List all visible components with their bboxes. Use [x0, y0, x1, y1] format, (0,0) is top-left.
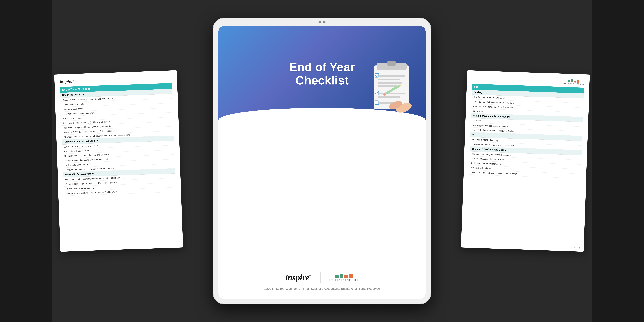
cover-header: End of Year Checklist — [218, 26, 426, 122]
cover-page: End of Year Checklist — [218, 26, 426, 299]
tablet-camera — [318, 21, 326, 23]
svg-rect-6 — [378, 85, 397, 87]
svg-rect-5 — [378, 82, 402, 84]
svg-rect-12 — [375, 101, 379, 104]
svg-rect-2 — [388, 61, 396, 66]
camera-dot-2 — [323, 21, 326, 23]
right-background-page: EFFICIENCY PARTNERS klist holding G to B… — [461, 70, 590, 252]
inspire-logo: inspire™ — [285, 273, 312, 282]
ep-bar-2 — [340, 274, 344, 278]
right-ep-logo: EFFICIENCY PARTNERS — [563, 79, 584, 85]
ep-logo: EFFICIENCY PARTNERS — [329, 274, 359, 281]
camera-dot-1 — [318, 21, 321, 23]
right-page-header: EFFICIENCY PARTNERS — [472, 76, 584, 85]
right-ep-bar-1 — [568, 80, 570, 82]
cover-footer: ©2024 Inspire Accountants - Small Busine… — [264, 287, 380, 290]
ep-text: EFFICIENCY PARTNERS — [329, 279, 359, 281]
scene: inspire™ End of Year Checklist Reconcile… — [0, 0, 644, 322]
cover-body: inspire™ EFFICIENCY P — [218, 122, 426, 299]
ep-bar-3 — [344, 276, 348, 278]
cover-logos: inspire™ EFFICIENCY P — [285, 272, 359, 283]
tablet-frame: End of Year Checklist — [213, 18, 431, 304]
right-ep-bar-3 — [574, 80, 576, 82]
right-ep-bar-2 — [571, 79, 574, 82]
svg-rect-8 — [378, 96, 400, 98]
svg-rect-4 — [378, 78, 400, 80]
ep-bar-1 — [335, 276, 339, 278]
right-ep-bars — [568, 79, 580, 83]
svg-rect-3 — [378, 75, 405, 77]
right-panel — [592, 0, 644, 322]
ep-bar-4 — [349, 274, 353, 278]
logo-divider — [320, 272, 321, 283]
tablet-screen: End of Year Checklist — [218, 26, 426, 299]
left-background-page: inspire™ End of Year Checklist Reconcile… — [54, 70, 183, 252]
right-ep-text: EFFICIENCY PARTNERS — [563, 82, 584, 85]
svg-rect-7 — [378, 93, 405, 94]
cover-illustration — [366, 59, 418, 116]
left-inspire-logo: inspire™ — [60, 76, 172, 84]
page-number: Page 2 — [574, 246, 580, 249]
ep-bars — [335, 274, 353, 278]
left-panel — [0, 0, 52, 322]
cover-title: End of Year Checklist — [281, 60, 363, 87]
right-ep-bar-4 — [577, 80, 580, 83]
